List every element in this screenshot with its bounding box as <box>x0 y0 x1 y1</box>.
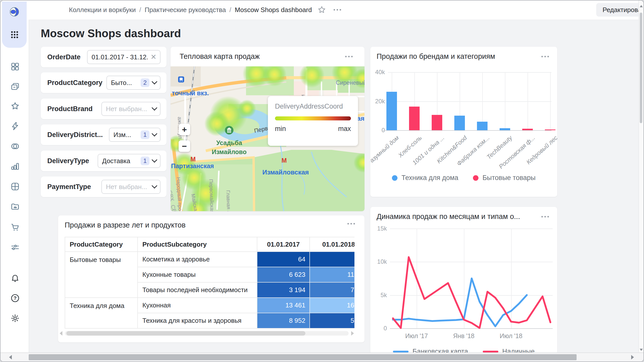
bar-1001 и одна ...[interactable] <box>432 115 442 130</box>
breadcrumb-current: Moscow Shops dashboard <box>235 6 312 14</box>
gridline <box>511 229 512 328</box>
scroll-right-icon[interactable] <box>351 331 354 336</box>
map-zoom-out-button[interactable]: − <box>179 140 190 152</box>
selected-count-badge: 2 <box>141 78 149 87</box>
table-menu-icon[interactable] <box>347 223 355 224</box>
gridline <box>390 295 553 296</box>
notifications-bell-icon[interactable] <box>10 273 20 283</box>
legend-label: Бытовые товары <box>482 174 536 182</box>
x-axis-tick: Июл '17 <box>405 332 428 340</box>
breadcrumb-guides[interactable]: Практические руководства <box>145 6 226 14</box>
page-title: Moscow Shops dashboard <box>41 27 181 40</box>
table-title: Продажи в разрезе лет и продуктов <box>65 221 186 229</box>
settings-gear-icon[interactable] <box>10 313 20 323</box>
bar-Фабрика ком...[interactable] <box>477 122 488 130</box>
storage-folder-icon[interactable] <box>10 202 20 212</box>
map-zoom-in-button[interactable]: + <box>179 124 190 135</box>
clear-icon[interactable]: ✕ <box>151 54 156 61</box>
column-header[interactable]: 01.01.2018 <box>310 237 354 252</box>
bar-TechBeauty[interactable] <box>500 128 510 130</box>
scroll-down-icon[interactable] <box>640 349 643 351</box>
marketplace-cart-icon[interactable] <box>10 222 20 232</box>
dashboards-grid-icon[interactable] <box>10 182 20 192</box>
date-range-input[interactable]: 01.01.2017 - 31.12.2018✕ <box>87 50 160 64</box>
map[interactable]: М М точный вкз.Сиреневый Битинская ул.Пе… <box>171 66 365 211</box>
bar-chart-menu-icon[interactable] <box>541 56 549 57</box>
horizontal-scroll-thumb[interactable] <box>29 354 577 360</box>
filter-label: DeliveryType <box>47 157 89 165</box>
y-axis-tick: 10k <box>372 258 387 265</box>
column-header[interactable]: ProductSubcategory <box>138 237 257 252</box>
connections-lightning-icon[interactable] <box>10 121 20 131</box>
breadcrumb-collections[interactable]: Коллекции и воркбуки <box>69 6 136 14</box>
column-header[interactable]: ProductCategory <box>65 237 138 252</box>
workbooks-icon[interactable] <box>10 81 20 92</box>
filter-orderdate: OrderDate01.01.2017 - 31.12.2018✕ <box>41 47 167 67</box>
select-control[interactable]: Быто...2 <box>106 76 160 90</box>
gridline <box>505 72 505 130</box>
filter-value: Нет выбран... <box>106 183 149 191</box>
select-control[interactable]: Нет выбран... <box>101 102 160 116</box>
value-cell-2017: 13 461 <box>257 298 310 313</box>
column-header[interactable]: 01.01.2017 <box>257 237 310 252</box>
filter-value: Быто... <box>111 79 138 87</box>
datasets-circles-icon[interactable] <box>10 141 20 151</box>
value-cell-2017: 6 623 <box>257 267 310 282</box>
legend-item[interactable]: Бытовые товары <box>473 174 536 182</box>
select-control[interactable]: Изм...1 <box>109 128 160 142</box>
legend-item[interactable]: Техника для дома <box>392 174 458 182</box>
filter-productbrand: ProductBrandНет выбран... <box>41 99 167 119</box>
value-cell-2017: 8 952 <box>257 313 310 328</box>
filter-value: Изм... <box>113 131 138 139</box>
subcategory-cell: Техника для красоты и здоровья <box>138 313 257 328</box>
apps-grid-icon[interactable] <box>10 30 20 40</box>
help-question-icon[interactable]: ? <box>10 293 20 303</box>
line-chart-widget: Динамика продаж по месяцам и типам о... … <box>370 207 557 354</box>
bar-chart-legend: Техника для домаБытовые товары <box>370 174 557 182</box>
select-control[interactable]: Доставка1 <box>98 154 160 168</box>
bar-chart-widget: Продажи по брендам и категориям 020k40kР… <box>370 47 557 197</box>
map-place-label: Партизанская <box>171 162 214 170</box>
datalens-logo-icon[interactable] <box>6 4 23 20</box>
favorites-star-icon[interactable] <box>10 101 20 111</box>
y-axis-tick: 5k <box>372 292 387 299</box>
scroll-left-icon[interactable] <box>9 355 12 359</box>
filter-label: ProductCategory <box>47 79 102 87</box>
bar-Хлеб-соль[interactable] <box>409 107 420 130</box>
edit-button[interactable]: Редактировать <box>596 3 644 17</box>
map-place-label: Усадьба <box>216 139 242 147</box>
scroll-up-icon[interactable] <box>640 5 643 7</box>
heatmap-legend-title: DeliveryAddressCoord <box>275 103 351 110</box>
table-horizontal-scrollbar[interactable] <box>60 330 354 336</box>
legend-color-line <box>483 351 498 352</box>
gridline <box>390 262 553 262</box>
heatmap-legend: DeliveryAddressCoord min max <box>268 96 358 146</box>
heatmap-legend-max: max <box>338 125 351 133</box>
horizontal-scrollbar[interactable] <box>1 352 644 361</box>
value-cell-2017: 3 194 <box>257 282 310 298</box>
heatmap-menu-icon[interactable] <box>345 56 353 57</box>
filter-value: 01.01.2017 - 31.12.2018 <box>92 53 148 61</box>
bar-Разумный дом[interactable] <box>386 92 397 130</box>
line-chart-menu-icon[interactable] <box>541 216 549 217</box>
vertical-scroll-thumb[interactable] <box>640 13 642 123</box>
charts-bars-icon[interactable] <box>10 161 20 171</box>
top-bar: Коллекции и воркбуки / Практические руко… <box>29 1 640 20</box>
table-scroll-thumb[interactable] <box>66 331 305 336</box>
x-axis-tick: Июл '18 <box>500 332 522 340</box>
favorite-star-icon[interactable] <box>317 6 326 14</box>
value-cell-2018: 16 63 <box>310 298 354 313</box>
subcategory-cell: Косметика и здоровье <box>138 252 257 267</box>
gridline <box>388 101 551 102</box>
services-sliders-icon[interactable] <box>10 242 20 252</box>
dashboard-menu-icon[interactable] <box>334 9 341 11</box>
table-scroll-area[interactable]: ProductCategoryProductSubcategory01.01.2… <box>65 237 354 329</box>
navigation-squares-icon[interactable] <box>10 62 20 72</box>
scroll-left-icon[interactable] <box>60 331 62 336</box>
scroll-right-icon[interactable] <box>631 355 634 359</box>
chevron-down-icon <box>152 157 157 163</box>
heatmap-gradient-bar <box>275 116 351 120</box>
vertical-scrollbar[interactable] <box>638 1 643 354</box>
select-control[interactable]: Нет выбран... <box>101 180 160 194</box>
bar-Kitchen&Food[interactable] <box>454 116 465 130</box>
